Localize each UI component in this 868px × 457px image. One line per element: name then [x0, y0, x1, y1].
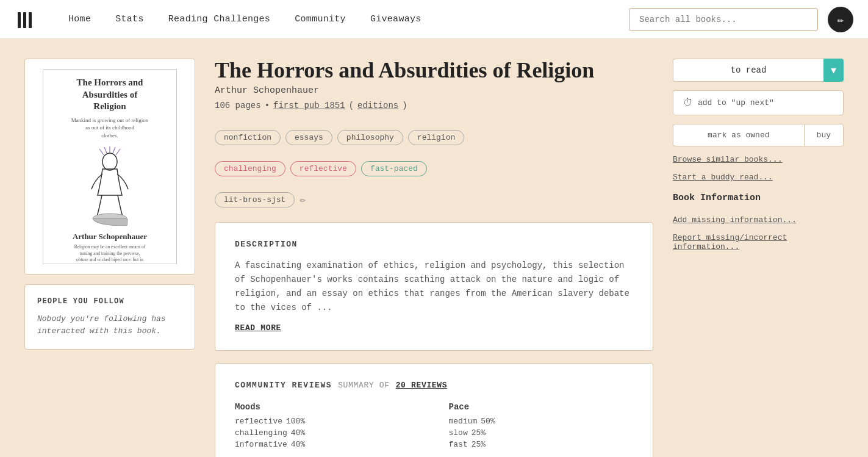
book-info-heading: Book Information	[673, 193, 844, 203]
action-row: mark as owned buy	[673, 124, 844, 146]
reviews-count-link[interactable]: 20 REVIEWS	[396, 381, 448, 390]
tag-philosophy[interactable]: philosophy	[337, 130, 403, 145]
pace-slow: slow 25%	[449, 428, 634, 437]
main-content: The Horrors and Absurdities of Religion …	[0, 39, 868, 457]
reviews-card: COMMUNITY REVIEWS SUMMARY OF 20 REVIEWS …	[215, 363, 653, 457]
moods-col: Moods reflective 100% challenging 40% in…	[235, 402, 420, 452]
tag-nonfiction[interactable]: nonfiction	[215, 130, 281, 145]
browse-similar-link[interactable]: Browse similar books...	[673, 155, 844, 164]
cover-title: The Horrors and Absurdities of Religion	[77, 77, 143, 113]
search-input[interactable]	[629, 8, 818, 31]
nav-links: Home Stats Reading Challenges Community …	[56, 14, 629, 24]
svg-rect-0	[18, 12, 21, 28]
custom-tag-row: lit-bros-sjst ✏	[215, 192, 653, 207]
tag-essays[interactable]: essays	[285, 130, 332, 145]
nav-home[interactable]: Home	[56, 14, 103, 24]
report-missing-link[interactable]: Report missing/incorrect information...	[673, 233, 844, 251]
custom-tag[interactable]: lit-bros-sjst	[215, 192, 295, 207]
tag-religion[interactable]: religion	[408, 130, 464, 145]
tag-fast-paced[interactable]: fast-paced	[361, 161, 427, 176]
up-next-button[interactable]: ⏱ add to "up next"	[673, 90, 844, 115]
moods-heading: Moods	[235, 402, 420, 412]
cover-subtitle: Mankind is growing out of religionas out…	[71, 117, 149, 140]
pace-medium: medium 50%	[449, 417, 634, 426]
navbar: Home Stats Reading Challenges Community …	[0, 0, 868, 39]
cover-figure	[67, 146, 152, 226]
svg-rect-2	[29, 12, 32, 28]
secondary-tags: challenging reflective fast-paced	[215, 161, 653, 176]
reviews-columns: Moods reflective 100% challenging 40% in…	[235, 402, 633, 452]
search-container	[629, 8, 818, 31]
people-card-text: Nobody you're following has interacted w…	[37, 313, 182, 337]
reviews-header: COMMUNITY REVIEWS SUMMARY OF 20 REVIEWS	[235, 381, 633, 390]
pace-fast: fast 25%	[449, 440, 634, 449]
people-you-follow-card: PEOPLE YOU FOLLOW Nobody you're followin…	[24, 284, 195, 350]
book-header: The Horrors and Absurdities of Religion …	[215, 59, 653, 118]
description-text: A fascinating examination of ethics, rel…	[235, 259, 633, 315]
center-column: The Horrors and Absurdities of Religion …	[215, 59, 653, 457]
right-column: to read ▾ ⏱ add to "up next" mark as own…	[673, 59, 844, 457]
user-avatar[interactable]: ✏	[828, 7, 853, 32]
pace-col: Pace medium 50% slow 25% fast 25%	[449, 402, 634, 452]
editions-link[interactable]: editions	[357, 101, 398, 110]
edit-tags-icon[interactable]: ✏	[299, 193, 306, 206]
svg-line-4	[99, 149, 104, 155]
add-missing-link[interactable]: Add missing information...	[673, 215, 844, 225]
primary-tags: nonfiction essays philosophy religion	[215, 130, 653, 145]
reviews-heading: COMMUNITY REVIEWS	[235, 381, 332, 390]
shelf-button[interactable]: to read	[673, 59, 823, 82]
mood-challenging: challenging 40%	[235, 428, 420, 437]
shelf-dropdown-button[interactable]: ▾	[823, 59, 844, 82]
nav-reading-challenges[interactable]: Reading Challenges	[156, 14, 282, 24]
book-title: The Horrors and Absurdities of Religion	[215, 59, 653, 83]
description-heading: DESCRIPTION	[235, 240, 633, 249]
nav-giveaways[interactable]: Giveaways	[358, 14, 434, 24]
read-more-link[interactable]: READ MORE	[235, 323, 281, 333]
clock-icon: ⏱	[683, 97, 693, 109]
description-card: DESCRIPTION A fascinating examination of…	[215, 222, 653, 351]
cover-desc: Religion may be an excellent means oftam…	[74, 244, 146, 264]
left-column: The Horrors and Absurdities of Religion …	[24, 59, 195, 457]
pace-heading: Pace	[449, 402, 634, 412]
people-card-heading: PEOPLE YOU FOLLOW	[37, 297, 182, 306]
shelf-row: to read ▾	[673, 59, 844, 82]
logo[interactable]	[15, 7, 39, 32]
tag-challenging[interactable]: challenging	[215, 161, 285, 176]
mood-informative: informative 40%	[235, 440, 420, 449]
nav-stats[interactable]: Stats	[103, 14, 156, 24]
svg-line-5	[104, 147, 107, 153]
svg-rect-1	[23, 12, 26, 28]
up-next-label: add to "up next"	[698, 98, 774, 107]
mark-owned-button[interactable]: mark as owned	[673, 124, 804, 146]
mood-reflective: reflective 100%	[235, 417, 420, 426]
tag-reflective[interactable]: reflective	[290, 161, 356, 176]
svg-line-8	[116, 149, 120, 155]
start-buddy-read-link[interactable]: Start a buddy read...	[673, 173, 844, 182]
nav-community[interactable]: Community	[282, 14, 358, 24]
book-pages: 106 pages	[215, 101, 261, 110]
first-pub-link[interactable]: first pub 1851	[273, 101, 345, 110]
chevron-down-icon: ▾	[831, 63, 836, 77]
book-cover-image: The Horrors and Absurdities of Religion …	[43, 69, 177, 264]
book-cover-card: The Horrors and Absurdities of Religion …	[24, 59, 195, 275]
buy-button[interactable]: buy	[804, 124, 844, 146]
svg-line-7	[113, 147, 115, 153]
reviews-summary-label: SUMMARY OF	[338, 381, 390, 390]
book-author: Arthur Schopenhauer	[215, 85, 653, 96]
svg-point-3	[102, 153, 117, 170]
book-meta: 106 pages • first pub 1851 (editions)	[215, 101, 653, 110]
cover-author: Arthur Schopenhauer	[73, 232, 147, 242]
